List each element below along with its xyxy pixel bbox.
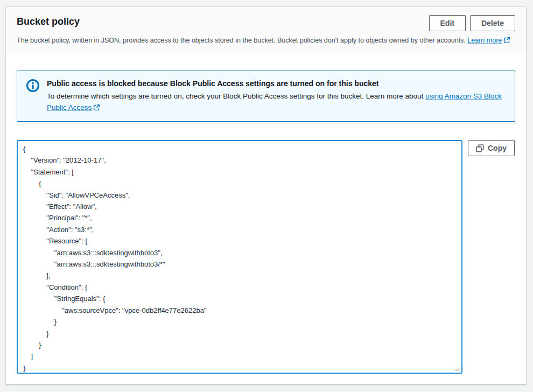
bucket-policy-panel: Bucket policy Edit Delete The bucket pol… [5, 6, 527, 384]
policy-section: { "Version": "2012-10-17", "Statement": … [17, 140, 515, 374]
external-link-icon [503, 37, 510, 44]
alert-body-text: To determine which settings are turned o… [47, 92, 423, 100]
copy-icon [476, 144, 484, 152]
copy-button-label: Copy [488, 143, 507, 153]
edit-button[interactable]: Edit [429, 15, 466, 31]
panel-body: Public access is blocked because Block P… [6, 71, 526, 387]
resize-handle-icon[interactable] [454, 366, 460, 372]
panel-description-text: The bucket policy, written in JSON, prov… [17, 37, 466, 44]
alert-content: Public access is blocked because Block P… [47, 78, 505, 113]
page-title: Bucket policy [17, 15, 80, 28]
panel-header: Bucket policy Edit Delete The bucket pol… [6, 7, 526, 53]
learn-more-label: Learn more [467, 37, 502, 44]
bucket-policy-editor[interactable]: { "Version": "2012-10-17", "Statement": … [17, 140, 462, 374]
copy-button[interactable]: Copy [468, 140, 515, 156]
info-alert: Public access is blocked because Block P… [17, 71, 515, 122]
delete-button[interactable]: Delete [470, 15, 515, 31]
learn-more-link[interactable]: Learn more [467, 37, 502, 44]
header-actions: Edit Delete [429, 15, 515, 31]
panel-description: The bucket policy, written in JSON, prov… [17, 36, 515, 45]
alert-body: To determine which settings are turned o… [47, 90, 505, 113]
alert-title: Public access is blocked because Block P… [47, 78, 505, 89]
external-link-icon [93, 104, 100, 111]
bucket-policy-json: { "Version": "2012-10-17", "Statement": … [18, 141, 461, 374]
info-icon [26, 79, 40, 93]
